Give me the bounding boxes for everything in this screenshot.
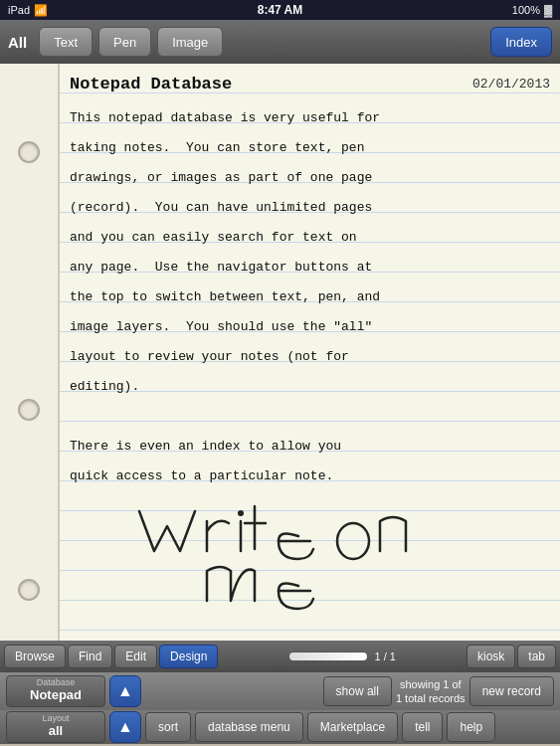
edit-button[interactable]: Edit <box>114 645 157 668</box>
layout-arrow-button[interactable]: ▲ <box>109 711 141 743</box>
status-bar: iPad 📶 8:47 AM 100% ▓ <box>0 0 560 20</box>
show-all-button[interactable]: show all <box>323 676 392 706</box>
progress-fill <box>289 653 367 660</box>
marketplace-button[interactable]: Marketplace <box>307 712 398 742</box>
nav-right-buttons: kiosk tab <box>467 645 556 668</box>
battery-label: 100% <box>512 4 540 16</box>
bottom-nav: Browse Find Edit Design 1 / 1 kiosk tab <box>0 641 560 672</box>
pen-area <box>60 442 560 641</box>
database-label: Database <box>37 678 76 687</box>
note-date: 02/01/2013 <box>472 70 550 99</box>
note-body: This notepad database is very useful for… <box>70 103 550 491</box>
record-line2: 1 total records <box>396 691 466 705</box>
main-content: Notepad Database 02/01/2013 This notepad… <box>0 64 560 641</box>
note-line-1: This notepad database is very useful for <box>70 103 550 133</box>
database-value: Notepad <box>30 687 82 704</box>
all-label: All <box>8 34 27 51</box>
ring-middle <box>18 399 40 421</box>
layout-bar: Layout all ▲ sort database menu Marketpl… <box>0 710 560 744</box>
battery-icon: ▓ <box>544 4 552 16</box>
text-button[interactable]: Text <box>39 27 93 57</box>
layout-info-box: Layout all <box>6 711 105 743</box>
device-label: iPad <box>8 4 30 16</box>
progress-bar[interactable] <box>288 652 368 661</box>
note-line-8: image layers. You should use the "all" <box>70 312 550 342</box>
note-line-4: (record). You can have unlimited pages <box>70 193 550 223</box>
note-line-5: and you can easily search for text on <box>70 223 550 253</box>
kiosk-button[interactable]: kiosk <box>467 645 515 668</box>
status-left: iPad 📶 <box>8 4 48 17</box>
handwriting-svg <box>60 442 560 641</box>
design-button[interactable]: Design <box>159 645 218 668</box>
note-line-2: taking notes. You can store text, pen <box>70 133 550 163</box>
ring-top <box>18 141 40 163</box>
notepad-area: Notepad Database 02/01/2013 This notepad… <box>60 64 560 641</box>
db-bar: Database Notepad ▲ show all showing 1 of… <box>0 672 560 710</box>
note-header: Notepad Database 02/01/2013 <box>70 70 550 99</box>
note-line-3: drawings, or images as part of one page <box>70 163 550 193</box>
database-info-box: Database Notepad <box>6 675 105 707</box>
note-line-blank <box>70 402 550 432</box>
note-line-7: the top to switch between text, pen, and <box>70 282 550 312</box>
tab-button[interactable]: tab <box>517 645 556 668</box>
tell-button[interactable]: tell <box>402 712 443 742</box>
left-gutter <box>0 64 60 641</box>
status-right: 100% ▓ <box>512 4 552 16</box>
pen-button[interactable]: Pen <box>98 27 151 57</box>
svg-point-0 <box>238 510 244 516</box>
browse-button[interactable]: Browse <box>4 645 66 668</box>
record-info: showing 1 of 1 total records <box>396 677 466 706</box>
sort-button[interactable]: sort <box>145 712 191 742</box>
record-line1: showing 1 of <box>396 677 466 691</box>
svg-point-1 <box>337 523 369 559</box>
status-time: 8:47 AM <box>258 3 303 17</box>
database-arrow-button[interactable]: ▲ <box>109 675 141 707</box>
ring-bottom <box>18 579 40 601</box>
note-line-6: any page. Use the navigator buttons at <box>70 253 550 282</box>
image-button[interactable]: Image <box>157 27 223 57</box>
layout-label: Layout <box>42 714 69 723</box>
find-button[interactable]: Find <box>68 645 112 668</box>
layout-value: all <box>49 723 63 740</box>
nav-progress: 1 / 1 <box>220 651 465 662</box>
note-line-9: layout to review your notes (not for <box>70 342 550 372</box>
index-button[interactable]: Index <box>490 27 552 57</box>
new-record-button[interactable]: new record <box>469 676 554 706</box>
page-indicator: 1 / 1 <box>374 651 395 662</box>
note-line-10: editing). <box>70 372 550 402</box>
database-menu-button[interactable]: database menu <box>195 712 303 742</box>
wifi-icon: 📶 <box>34 4 48 17</box>
help-button[interactable]: help <box>447 712 495 742</box>
note-title: Notepad Database <box>70 70 232 99</box>
toolbar: All Text Pen Image Index <box>0 20 560 64</box>
